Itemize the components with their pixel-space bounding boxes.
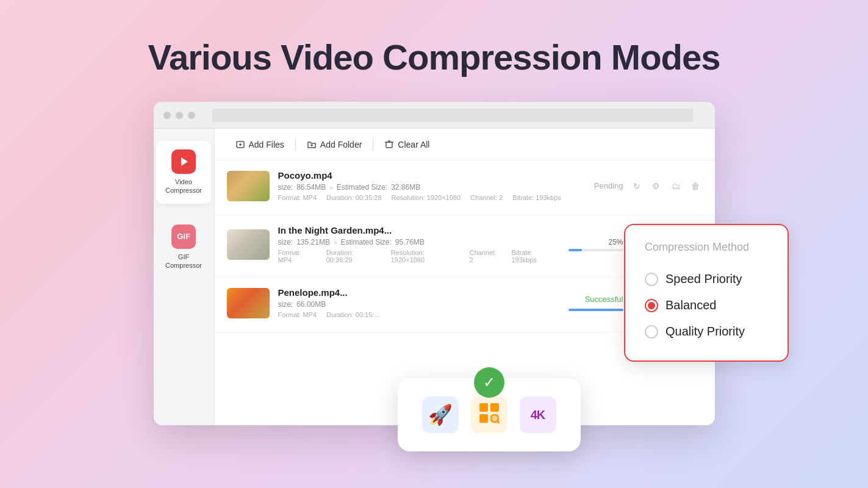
channel-label: Channel: 2 (470, 194, 503, 201)
estimated-size-label: Estimated Size: (337, 183, 387, 192)
bitrate-label: Bitrate: 193kbps (512, 194, 561, 201)
title-bar-dot-3 (188, 112, 195, 119)
radio-speed-priority (645, 273, 658, 286)
file-info: Penelope.mp4... size: 66.00MB Format: MP… (278, 287, 560, 318)
gif-compressor-icon: GIF (171, 224, 196, 249)
progress-bar-background (569, 249, 623, 251)
duration-label: Duration: 00:36:29 (326, 249, 381, 264)
toolbar: Add Files Add Folder (215, 129, 715, 160)
file-name: Penelope.mp4... (278, 287, 560, 298)
rocket-icon: 🚀 (428, 403, 453, 426)
estimated-size-label: Estimated Size: (340, 238, 391, 246)
speed-priority-label: Speed Priority (665, 272, 742, 286)
action-icons: ↻ ⚙ 🗂 🗑 (629, 179, 703, 193)
sidebar-item-gif-compressor[interactable]: GIF GIF Compressor (156, 216, 211, 279)
svg-rect-9 (479, 403, 488, 412)
compression-method-panel: Compression Method Speed Priority Balanc… (624, 224, 789, 362)
format-label: Format: MP4 (278, 249, 317, 264)
toolbar-divider-1 (295, 138, 296, 151)
bitrate-label: Bitrate: 193kbps (511, 249, 559, 264)
retry-icon[interactable]: ↻ (629, 179, 644, 193)
sidebar-item-video-compressor-label: Video Compressor (165, 178, 202, 195)
file-size-value: 66.00MB (296, 300, 326, 309)
file-meta: Format: MP4 Duration: 00:15:... (278, 311, 560, 318)
size-arrow-icon: » (334, 239, 337, 246)
duration-label: Duration: 00:35:28 (326, 194, 382, 201)
settings-icon[interactable]: ⚙ (649, 179, 664, 193)
file-sizes: size: 66.00MB (278, 300, 560, 309)
compression-option-speed-priority[interactable]: Speed Priority (645, 266, 768, 292)
radio-balanced (645, 299, 658, 312)
compression-panel-title: Compression Method (645, 241, 768, 254)
add-folder-label: Add Folder (320, 140, 362, 149)
status-badge: Successful (585, 295, 623, 304)
estimated-size-value: 32.86MB (391, 183, 420, 192)
file-size-label: size: (278, 183, 293, 192)
main-content: Video Compressor GIF GIF Compressor (0, 102, 868, 425)
resolution-label: Resolution: 1920×1080 (391, 249, 460, 264)
title-bar-dot-1 (163, 112, 171, 119)
quality-priority-label: Quality Priority (665, 325, 745, 339)
file-info: Pocoyo.mp4 size: 86.54MB » Estimated Siz… (278, 170, 586, 201)
progress-bar-fill (569, 249, 583, 251)
title-bar-dot-2 (176, 112, 183, 119)
compression-option-quality-priority[interactable]: Quality Priority (645, 318, 768, 345)
sidebar-item-video-compressor[interactable]: Video Compressor (156, 141, 211, 204)
file-info: In the Night Garden.mp4... size: 135.21M… (278, 225, 560, 264)
folder-icon[interactable]: 🗂 (669, 179, 683, 193)
progress-percentage: 25% (608, 238, 623, 246)
add-files-label: Add Files (249, 140, 284, 149)
file-thumbnail (227, 229, 270, 260)
svg-rect-6 (386, 142, 392, 148)
radio-balanced-fill (648, 302, 655, 309)
rocket-icon-container: 🚀 (422, 396, 459, 433)
svg-rect-10 (490, 403, 499, 412)
add-files-icon (235, 140, 245, 149)
4k-icon: 4K (531, 408, 545, 422)
sidebar: Video Compressor GIF GIF Compressor (154, 129, 215, 425)
format-label: Format: MP4 (278, 194, 317, 201)
add-files-button[interactable]: Add Files (227, 135, 293, 154)
file-name: Pocoyo.mp4 (278, 170, 586, 181)
grid-search-icon (478, 402, 500, 428)
file-thumbnail (227, 288, 270, 318)
format-label: Format: MP4 (278, 311, 317, 318)
sidebar-item-gif-compressor-label: GIF Compressor (165, 253, 202, 270)
file-status: Pending ↻ ⚙ 🗂 🗑 (594, 179, 703, 193)
channel-label: Channel: 2 (470, 249, 502, 264)
file-meta: Format: MP4 Duration: 00:35:28 Resolutio… (278, 194, 586, 201)
success-popup: ✓ 🚀 4K (398, 378, 581, 451)
size-arrow-icon: » (329, 184, 333, 191)
duration-label: Duration: 00:15:... (326, 311, 379, 318)
estimated-size-value: 95.76MB (395, 238, 425, 246)
file-name: In the Night Garden.mp4... (278, 225, 560, 235)
svg-marker-0 (181, 157, 188, 166)
radio-quality-priority (645, 325, 658, 339)
add-folder-button[interactable]: Add Folder (298, 135, 370, 154)
clear-all-label: Clear All (398, 140, 429, 149)
svg-rect-11 (479, 414, 488, 423)
add-folder-icon (307, 140, 317, 149)
balanced-label: Balanced (665, 298, 716, 312)
grid-search-icon-container (471, 396, 508, 433)
clear-all-button[interactable]: Clear All (376, 135, 438, 154)
file-size-value: 135.21MB (296, 238, 330, 246)
title-bar-search (212, 109, 693, 122)
delete-icon[interactable]: 🗑 (688, 179, 703, 193)
file-thumbnail (227, 171, 270, 201)
progress-indicator: 25% (569, 238, 623, 251)
file-size-label: size: (278, 300, 293, 309)
file-sizes: size: 86.54MB » Estimated Size: 32.86MB (278, 183, 586, 192)
title-bar (154, 102, 715, 129)
toolbar-divider-2 (373, 138, 373, 151)
file-sizes: size: 135.21MB » Estimated Size: 95.76MB (278, 238, 560, 246)
success-progress-bar (569, 309, 623, 311)
4k-icon-container: 4K (520, 396, 556, 433)
compression-option-balanced[interactable]: Balanced (645, 292, 768, 318)
resolution-label: Resolution: 1920×1080 (392, 194, 461, 201)
file-size-label: size: (278, 238, 293, 246)
success-check-icon: ✓ (474, 367, 504, 398)
file-size-value: 86.54MB (296, 183, 326, 192)
status-badge: Pending (594, 181, 623, 190)
video-compressor-icon (171, 149, 196, 174)
